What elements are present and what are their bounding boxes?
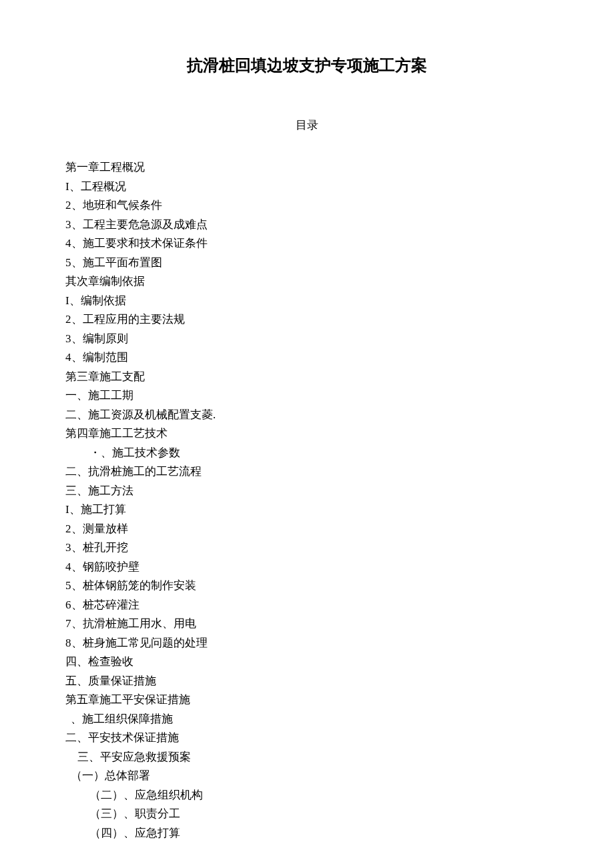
toc-heading: 目录 bbox=[0, 117, 614, 133]
toc-item: 2、测量放样 bbox=[65, 520, 614, 539]
toc-item: I、施工打算 bbox=[65, 500, 614, 520]
toc-item: 7、抗滑桩施工用水、用电 bbox=[65, 614, 614, 634]
toc-item: 4、施工要求和技术保证条件 bbox=[65, 234, 614, 254]
toc-item: 8、桩身施工常见问题的处理 bbox=[65, 634, 614, 653]
toc-item: 三、施工方法 bbox=[65, 482, 614, 501]
toc-item: 第五章施工平安保证措施 bbox=[65, 691, 614, 710]
toc-item: ・、施工技术参数 bbox=[65, 444, 614, 463]
toc-item: 三、平安应急救援预案 bbox=[65, 748, 614, 767]
toc-item: 2、地班和气候条件 bbox=[65, 196, 614, 215]
toc-item: 二、平安技术保证措施 bbox=[65, 729, 614, 748]
toc-item: I、工程概况 bbox=[65, 177, 614, 197]
toc-item: 四、检查验收 bbox=[65, 653, 614, 672]
toc-item: I、编制依据 bbox=[65, 292, 614, 311]
toc-item: 3、编制原则 bbox=[65, 330, 614, 349]
toc-item: 、施工组织保障措施 bbox=[65, 710, 614, 729]
toc-item: 五、质量保证措施 bbox=[65, 672, 614, 691]
document-title: 抗滑桩回填边坡支护专项施工方案 bbox=[0, 55, 614, 76]
toc-item: （三）、职责分工 bbox=[65, 805, 614, 824]
toc-item: 2、工程应用的主要法规 bbox=[65, 310, 614, 330]
toc-item: 二、施工资源及机械配置支菱. bbox=[65, 406, 614, 425]
toc-item: 4、钢筋咬护壁 bbox=[65, 558, 614, 577]
toc-item: 其次章编制依据 bbox=[65, 272, 614, 292]
toc-item: 5、施工平面布置图 bbox=[65, 254, 614, 273]
toc-item: 第三章施工支配 bbox=[65, 368, 614, 387]
toc-list: 第一章工程概况I、工程概况2、地班和气候条件3、工程主要危急源及成难点4、施工要… bbox=[0, 158, 614, 843]
toc-item: 一、施工工期 bbox=[65, 386, 614, 406]
toc-item: 4、编制范围 bbox=[65, 348, 614, 368]
toc-item: 6、桩芯碎灌注 bbox=[65, 596, 614, 615]
toc-item: （一）总体部署 bbox=[65, 767, 614, 786]
toc-item: （二）、应急组织机构 bbox=[65, 786, 614, 805]
toc-item: （四）、应急打算 bbox=[65, 824, 614, 843]
toc-item: 第一章工程概况 bbox=[65, 158, 614, 177]
toc-item: 5、桩体钢筋笼的制作安装 bbox=[65, 576, 614, 596]
toc-item: 二、抗滑桩施工的工艺流程 bbox=[65, 462, 614, 482]
toc-item: 第四章施工工艺技术 bbox=[65, 424, 614, 444]
toc-item: 3、工程主要危急源及成难点 bbox=[65, 215, 614, 235]
toc-item: 3、桩孔开挖 bbox=[65, 538, 614, 558]
